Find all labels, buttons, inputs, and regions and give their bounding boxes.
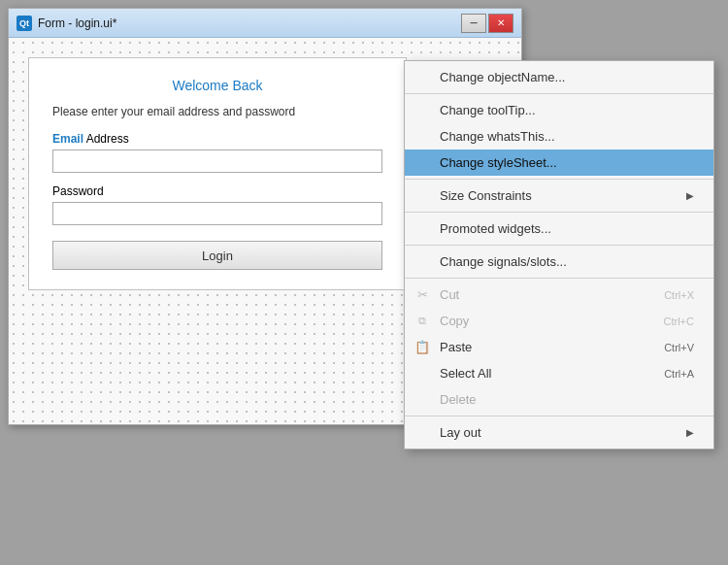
menu-item-cut: ✂ Cut Ctrl+X [405, 282, 713, 308]
context-menu: Change objectName... Change toolTip... C… [404, 60, 714, 449]
separator-2 [405, 179, 713, 180]
qt-icon: Qt [17, 16, 32, 31]
size-constraints-arrow: ▶ [686, 190, 694, 201]
select-all-shortcut: Ctrl+A [664, 368, 694, 380]
menu-item-copy: ⧉ Copy Ctrl+C [405, 308, 713, 334]
email-input[interactable] [52, 150, 382, 173]
cut-icon: ✂ [413, 287, 432, 302]
separator-6 [405, 415, 713, 416]
separator-5 [405, 278, 713, 279]
menu-item-change-tooltip[interactable]: Change toolTip... [405, 97, 713, 123]
copy-icon: ⧉ [413, 315, 432, 327]
menu-item-paste[interactable]: 📋 Paste Ctrl+V [405, 334, 713, 360]
welcome-label: Welcome Back [52, 78, 382, 93]
change-stylesheet-label: Change styleSheet... [440, 155, 694, 170]
menu-item-promoted-widgets[interactable]: Promoted widgets... [405, 216, 713, 242]
separator-3 [405, 212, 713, 213]
change-signals-label: Change signals/slots... [440, 254, 694, 269]
paste-icon: 📋 [413, 340, 432, 354]
change-tooltip-label: Change toolTip... [440, 103, 694, 117]
paste-shortcut: Ctrl+V [664, 342, 694, 353]
menu-item-change-signals[interactable]: Change signals/slots... [405, 249, 713, 275]
copy-shortcut: Ctrl+C [664, 316, 694, 327]
change-whatsthis-label: Change whatsThis... [440, 129, 694, 144]
minimize-button[interactable]: ─ [461, 14, 486, 33]
lay-out-arrow: ▶ [686, 427, 694, 438]
change-objectname-label: Change objectName... [440, 70, 694, 84]
title-bar: Qt Form - login.ui* ─ ✕ [9, 9, 521, 38]
email-label-suffix: Address [83, 132, 129, 146]
paste-label: Paste [440, 340, 635, 354]
window-controls: ─ ✕ [461, 14, 513, 33]
menu-item-size-constraints[interactable]: Size Constraints ▶ [405, 183, 713, 209]
close-button[interactable]: ✕ [488, 14, 513, 33]
copy-label: Copy [440, 314, 635, 328]
cut-label: Cut [440, 287, 635, 302]
menu-item-change-stylesheet[interactable]: Change styleSheet... [405, 150, 713, 176]
menu-item-delete: Delete [405, 386, 713, 413]
menu-item-change-whatsthis[interactable]: Change whatsThis... [405, 123, 713, 150]
login-button[interactable]: Login [52, 241, 382, 270]
lay-out-label: Lay out [440, 425, 686, 440]
window-title: Form - login.ui* [38, 17, 461, 30]
separator-4 [405, 245, 713, 246]
select-all-label: Select All [440, 366, 635, 381]
email-label-highlight: Email [52, 132, 83, 146]
login-form-widget: Welcome Back Please enter your email add… [28, 57, 407, 290]
separator-1 [405, 93, 713, 94]
delete-label: Delete [440, 392, 694, 407]
cut-shortcut: Ctrl+X [664, 289, 694, 301]
promoted-widgets-label: Promoted widgets... [440, 221, 694, 236]
menu-item-select-all[interactable]: Select All Ctrl+A [405, 360, 713, 386]
password-input[interactable] [52, 202, 382, 225]
email-label: Email Address [52, 132, 382, 146]
size-constraints-label: Size Constraints [440, 188, 686, 203]
password-label: Password [52, 184, 382, 198]
subtitle-label: Please enter your email address and pass… [52, 105, 382, 118]
menu-item-lay-out[interactable]: Lay out ▶ [405, 419, 713, 446]
menu-item-change-objectname[interactable]: Change objectName... [405, 64, 713, 90]
